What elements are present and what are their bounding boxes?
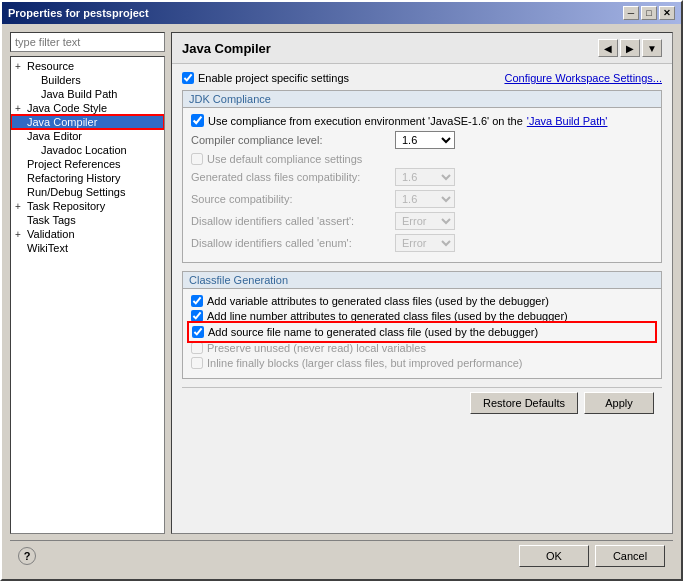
jdk-compliance-title: JDK Compliance: [183, 91, 661, 108]
compliance-level-select[interactable]: 1.6: [395, 131, 455, 149]
disallow-assert-label: Disallow identifiers called 'assert':: [191, 215, 391, 227]
compliance-level-label: Compiler compliance level:: [191, 134, 391, 146]
sidebar-item-java-compiler[interactable]: Java Compiler: [11, 115, 164, 129]
cancel-button[interactable]: Cancel: [595, 545, 665, 567]
sidebar-item-label: Task Repository: [27, 200, 105, 212]
enable-settings-checkbox[interactable]: [182, 72, 194, 84]
restore-defaults-button[interactable]: Restore Defaults: [470, 392, 578, 414]
sidebar-item-builders[interactable]: Builders: [11, 73, 164, 87]
properties-window: Properties for pestsproject ─ □ ✕ + Reso…: [0, 0, 683, 581]
maximize-button[interactable]: □: [641, 6, 657, 20]
restore-apply-bar: Restore Defaults Apply: [182, 387, 662, 418]
preserve-checkbox[interactable]: [191, 342, 203, 354]
sidebar-item-label: Validation: [27, 228, 75, 240]
left-panel: + Resource Builders Java Build Path: [10, 32, 165, 534]
sidebar-item-label: Java Compiler: [27, 116, 97, 128]
main-area: + Resource Builders Java Build Path: [10, 32, 673, 534]
source-compat-select[interactable]: 1.6: [395, 190, 455, 208]
use-default-label: Use default compliance settings: [207, 153, 362, 165]
filter-input[interactable]: [10, 32, 165, 52]
right-header: Java Compiler ◀ ▶ ▼: [172, 33, 672, 64]
disallow-assert-row: Disallow identifiers called 'assert': Er…: [191, 212, 653, 230]
compliance-check-row: Use compliance from execution environmen…: [191, 114, 653, 127]
add-source-label: Add source file name to generated class …: [208, 326, 538, 338]
use-default-checkbox[interactable]: [191, 153, 203, 165]
add-source-row: Add source file name to generated class …: [191, 325, 653, 339]
disallow-assert-select[interactable]: Error: [395, 212, 455, 230]
compliance-text: Use compliance from execution environmen…: [208, 115, 523, 127]
expand-icon: +: [15, 103, 25, 114]
sidebar-item-label: Project References: [27, 158, 121, 170]
footer-buttons: OK Cancel: [519, 545, 665, 567]
add-variable-label: Add variable attributes to generated cla…: [207, 295, 549, 307]
ok-button[interactable]: OK: [519, 545, 589, 567]
add-variable-checkbox[interactable]: [191, 295, 203, 307]
sidebar-item-label: Task Tags: [27, 214, 76, 226]
expand-icon: [29, 89, 39, 100]
expand-icon: +: [15, 229, 25, 240]
enable-settings-row: Enable project specific settings Configu…: [182, 72, 662, 84]
add-variable-row: Add variable attributes to generated cla…: [191, 295, 653, 307]
nav-buttons: ◀ ▶ ▼: [598, 39, 662, 57]
java-build-path-link[interactable]: 'Java Build Path': [527, 115, 608, 127]
close-button[interactable]: ✕: [659, 6, 675, 20]
classfile-title: Classfile Generation: [183, 272, 661, 289]
add-line-checkbox[interactable]: [191, 310, 203, 322]
minimize-button[interactable]: ─: [623, 6, 639, 20]
expand-icon: [15, 131, 25, 142]
apply-button[interactable]: Apply: [584, 392, 654, 414]
sidebar-item-label: Java Editor: [27, 130, 82, 142]
sidebar-item-java-editor[interactable]: Java Editor: [11, 129, 164, 143]
compliance-level-row: Compiler compliance level: 1.6: [191, 131, 653, 149]
sidebar-item-task-repository[interactable]: + Task Repository: [11, 199, 164, 213]
preserve-label: Preserve unused (never read) local varia…: [207, 342, 426, 354]
generated-compat-row: Generated class files compatibility: 1.6: [191, 168, 653, 186]
inline-finally-checkbox[interactable]: [191, 357, 203, 369]
sidebar-item-java-code-style[interactable]: + Java Code Style: [11, 101, 164, 115]
inline-finally-label: Inline finally blocks (larger class file…: [207, 357, 522, 369]
expand-icon: +: [15, 61, 25, 72]
expand-icon: [15, 243, 25, 254]
use-default-row: Use default compliance settings: [191, 153, 653, 165]
expand-icon: +: [15, 201, 25, 212]
right-content: Enable project specific settings Configu…: [172, 64, 672, 533]
add-line-row: Add line number attributes to generated …: [191, 310, 653, 322]
expand-icon: [15, 117, 25, 128]
workspace-settings-link[interactable]: Configure Workspace Settings...: [504, 72, 662, 84]
forward-button[interactable]: ▶: [620, 39, 640, 57]
tree-panel: + Resource Builders Java Build Path: [10, 56, 165, 534]
jdk-compliance-content: Use compliance from execution environmen…: [183, 108, 661, 262]
sidebar-item-label: Refactoring History: [27, 172, 121, 184]
classfile-content: Add variable attributes to generated cla…: [183, 289, 661, 378]
source-compat-row: Source compatibility: 1.6: [191, 190, 653, 208]
expand-icon: [29, 75, 39, 86]
sidebar-item-javadoc-location[interactable]: Javadoc Location: [11, 143, 164, 157]
add-source-checkbox[interactable]: [192, 326, 204, 338]
enable-settings-text: Enable project specific settings: [198, 72, 349, 84]
enable-settings-label[interactable]: Enable project specific settings: [182, 72, 349, 84]
jdk-compliance-section: JDK Compliance Use compliance from execu…: [182, 90, 662, 263]
sidebar-item-project-references[interactable]: Project References: [11, 157, 164, 171]
sidebar-item-label: Java Code Style: [27, 102, 107, 114]
sidebar-item-run-debug[interactable]: Run/Debug Settings: [11, 185, 164, 199]
sidebar-item-wikitext[interactable]: WikiText: [11, 241, 164, 255]
sidebar-item-java-build-path[interactable]: Java Build Path: [11, 87, 164, 101]
sidebar-item-label: Javadoc Location: [41, 144, 127, 156]
compliance-checkbox[interactable]: [191, 114, 204, 127]
generated-select[interactable]: 1.6: [395, 168, 455, 186]
sidebar-item-refactoring-history[interactable]: Refactoring History: [11, 171, 164, 185]
sidebar-item-label: Resource: [27, 60, 74, 72]
add-line-label: Add line number attributes to generated …: [207, 310, 568, 322]
sidebar-item-label: Run/Debug Settings: [27, 186, 125, 198]
panel-title: Java Compiler: [182, 41, 271, 56]
sidebar-item-resource[interactable]: + Resource: [11, 59, 164, 73]
disallow-enum-select[interactable]: Error: [395, 234, 455, 252]
source-compat-label: Source compatibility:: [191, 193, 391, 205]
dropdown-button[interactable]: ▼: [642, 39, 662, 57]
back-button[interactable]: ◀: [598, 39, 618, 57]
window-content: + Resource Builders Java Build Path: [2, 24, 681, 579]
sidebar-item-task-tags[interactable]: Task Tags: [11, 213, 164, 227]
sidebar-item-validation[interactable]: + Validation: [11, 227, 164, 241]
disallow-enum-label: Disallow identifiers called 'enum':: [191, 237, 391, 249]
help-button[interactable]: ?: [18, 547, 36, 565]
